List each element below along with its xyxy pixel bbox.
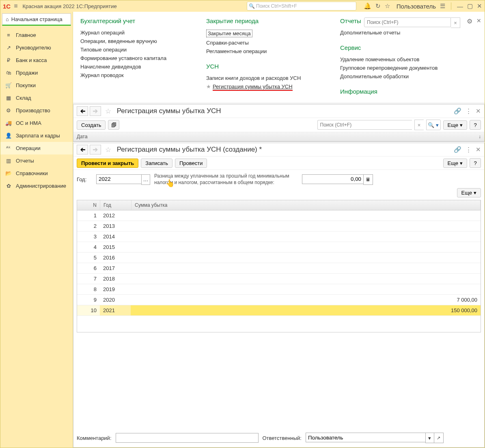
resp-input[interactable] xyxy=(306,433,425,442)
nav-item-9[interactable]: ᴬᵏОперации xyxy=(0,142,73,154)
settings-icon[interactable]: ☰ xyxy=(440,2,445,10)
cell-sum: 150 000,00 xyxy=(131,305,481,315)
func-link[interactable]: Журнал проводок xyxy=(80,71,182,79)
create-button[interactable]: Создать xyxy=(77,120,106,130)
nav-item-12[interactable]: ✿Администрирование xyxy=(0,180,73,192)
resp-dropdown-icon[interactable]: ▾ xyxy=(425,433,434,443)
grid-row[interactable]: 920207 000,00 xyxy=(77,295,481,305)
nav-fwd-button[interactable]: 🡪 xyxy=(90,106,101,116)
year-input[interactable] xyxy=(96,174,141,184)
nav-back-button[interactable]: 🡨 xyxy=(77,145,88,154)
bell-icon[interactable]: 🔔 xyxy=(364,2,371,10)
func-link-usn-book[interactable]: Записи книги доходов и расходов УСН xyxy=(206,74,316,82)
post-button[interactable]: Провести xyxy=(175,159,207,168)
cell-sum xyxy=(131,274,481,284)
func-group-acc: Бухгалтерский учет xyxy=(80,17,182,24)
func-link[interactable]: Типовые операции xyxy=(80,45,182,54)
save-button[interactable]: Записать xyxy=(141,159,172,168)
func-link-usn-loss[interactable]: ★Регистрация суммы убытка УСН xyxy=(206,82,316,91)
func-link-del-marked[interactable]: Удаление помеченных объектов xyxy=(340,55,454,64)
col-n[interactable]: N xyxy=(77,200,100,210)
func-search-input[interactable] xyxy=(364,17,451,27)
func-link[interactable]: Журнал операций xyxy=(80,28,182,37)
grid-row[interactable]: 72018 xyxy=(77,274,481,284)
diff-label: Разница между уплаченным за прошлый год … xyxy=(154,173,296,186)
main-menu-icon[interactable]: ≡ xyxy=(14,2,17,10)
list-more-button[interactable]: Еще ▾ xyxy=(443,120,467,130)
nav-item-4[interactable]: 🛒Покупки xyxy=(0,79,73,92)
history-icon[interactable]: ↻ xyxy=(375,2,381,10)
nav-item-0[interactable]: ≡Главное xyxy=(0,29,73,41)
cell-n: 9 xyxy=(77,295,100,305)
col-date-label[interactable]: Дата xyxy=(77,134,88,139)
start-page-tab[interactable]: ⌂ Начальная страница xyxy=(2,13,71,26)
grid-row[interactable]: 102021150 000,00 xyxy=(77,305,481,316)
list-search-button[interactable]: 🔍 ▾ xyxy=(426,120,441,130)
nav-item-6[interactable]: ⚙Производство xyxy=(0,104,73,117)
app-topbar: 1С ≡ Красная акация 2022 1С:Предприятие … xyxy=(0,0,485,12)
grid-row[interactable]: 82019 xyxy=(77,284,481,295)
global-search[interactable]: 🔍 Поиск Ctrl+Shift+F xyxy=(247,2,356,11)
func-link[interactable]: Начисление дивидендов xyxy=(80,62,182,71)
list-search-input[interactable] xyxy=(317,120,412,130)
user-label[interactable]: Пользователь xyxy=(397,3,436,10)
resp-open-icon[interactable]: ↗ xyxy=(434,433,444,443)
star-icon[interactable]: ☆ xyxy=(385,2,390,10)
post-close-button[interactable]: Провести и закрыть xyxy=(77,159,138,168)
nav-item-3[interactable]: 🛍Продажи xyxy=(0,66,73,79)
func-link-calc[interactable]: Справки-расчеты xyxy=(206,39,316,47)
func-link-add-reports[interactable]: Дополнительные отчеты xyxy=(340,28,454,37)
nav-fwd-button[interactable]: 🡪 xyxy=(90,145,101,154)
close-icon[interactable]: ✕ xyxy=(477,2,482,10)
form-more-button[interactable]: Еще ▾ xyxy=(443,159,467,168)
maximize-icon[interactable]: ▢ xyxy=(467,2,473,10)
copy-button[interactable]: 🗐 xyxy=(108,120,119,130)
minimize-icon[interactable]: — xyxy=(457,3,463,10)
sort-indicator-icon[interactable]: ↓ xyxy=(479,134,481,139)
grid-row[interactable]: 22013 xyxy=(77,221,481,232)
cell-n: 10 xyxy=(77,305,100,315)
link-icon[interactable]: 🔗 xyxy=(454,146,461,153)
diff-input[interactable] xyxy=(302,174,363,184)
comment-input[interactable] xyxy=(116,433,259,443)
nav-label: Производство xyxy=(16,107,50,114)
func-link-regl[interactable]: Регламентные операции xyxy=(206,47,316,56)
nav-item-7[interactable]: 🚚ОС и НМА xyxy=(0,117,73,129)
cell-n: 4 xyxy=(77,242,100,252)
help-button[interactable]: ? xyxy=(470,120,481,130)
fav-star-icon[interactable]: ☆ xyxy=(105,107,111,116)
func-link[interactable]: Операции, введенные вручную xyxy=(80,37,182,45)
link-icon[interactable]: 🔗 xyxy=(454,107,461,115)
more-menu-icon[interactable]: ⋮ xyxy=(466,146,472,153)
grid-row[interactable]: 52016 xyxy=(77,253,481,263)
col-year[interactable]: Год xyxy=(100,200,131,210)
more-menu-icon[interactable]: ⋮ xyxy=(466,107,472,115)
fav-star-icon[interactable]: ☆ xyxy=(105,146,111,154)
nav-item-2[interactable]: ₽Банк и касса xyxy=(0,54,73,66)
list-search-clear[interactable]: × xyxy=(414,120,424,130)
grid-row[interactable]: 32014 xyxy=(77,232,481,242)
pane-close-icon[interactable]: ✕ xyxy=(476,146,481,153)
func-link[interactable]: Формирование уставного капитала xyxy=(80,54,182,62)
nav-item-5[interactable]: ▦Склад xyxy=(0,92,73,104)
nav-item-8[interactable]: 👤Зарплата и кадры xyxy=(0,129,73,142)
nav-item-1[interactable]: ↗Руководителю xyxy=(0,41,73,54)
func-settings-icon[interactable]: ⚙ xyxy=(467,17,472,25)
nav-item-11[interactable]: 📂Справочники xyxy=(0,167,73,180)
grid-row[interactable]: 42015 xyxy=(77,242,481,253)
func-close-icon[interactable]: ✕ xyxy=(476,17,481,24)
nav-back-button[interactable]: 🡨 xyxy=(77,106,88,116)
func-search-clear[interactable]: × xyxy=(451,17,460,28)
year-select-button[interactable]: … xyxy=(141,174,150,185)
grid-row[interactable]: 62017 xyxy=(77,263,481,274)
func-link-repost[interactable]: Групповое перепроведение документов xyxy=(340,64,454,72)
nav-item-10[interactable]: ▥Отчеты xyxy=(0,154,73,167)
func-link-add-proc[interactable]: Дополнительные обработки xyxy=(340,72,454,81)
func-link-close-month[interactable]: Закрытие месяца xyxy=(206,28,316,39)
grid-more-button[interactable]: Еще ▾ xyxy=(457,188,481,197)
grid-row[interactable]: 12012 xyxy=(77,210,481,221)
col-sum[interactable]: Сумма убытка xyxy=(131,200,481,210)
calculator-icon[interactable]: 🖩 xyxy=(363,174,373,185)
help-button[interactable]: ? xyxy=(470,158,481,168)
pane-close-icon[interactable]: ✕ xyxy=(476,107,481,115)
